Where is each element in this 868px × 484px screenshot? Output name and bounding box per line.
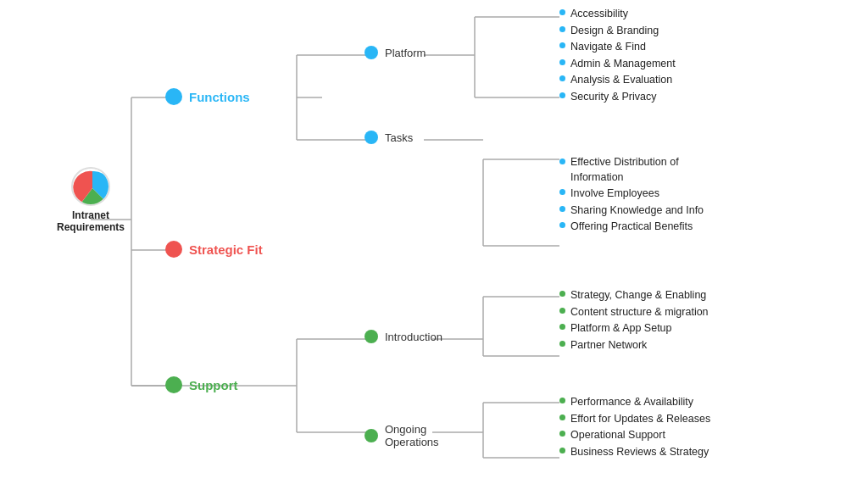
bullet: [559, 291, 565, 297]
bullet: [559, 431, 565, 437]
ongoing-leaves: Performance & Availability Effort for Up…: [559, 395, 710, 461]
functions-dot: [165, 88, 182, 105]
platform-leaves: Accessibility Design & Branding Navigate…: [559, 7, 676, 106]
bullet: [559, 92, 565, 98]
root-label: Intranet Requirements: [53, 209, 129, 233]
leaf-navigate-find: Navigate & Find: [559, 40, 676, 55]
bullet: [559, 59, 565, 65]
tasks-label: Tasks: [385, 131, 413, 144]
root-node: Intranet Requirements: [53, 167, 129, 233]
support-label: Support: [189, 378, 238, 392]
tasks-leaves: Effective Distribution ofInformation Inv…: [559, 155, 704, 236]
bullet: [559, 26, 565, 32]
branch-functions: Functions: [165, 88, 250, 105]
diagram: Intranet Requirements Functions Strategi…: [0, 0, 868, 484]
tasks-dot: [364, 131, 378, 144]
bullet: [559, 414, 565, 420]
bullet: [559, 448, 565, 453]
leaf-design-branding: Design & Branding: [559, 24, 676, 39]
leaf-offering-practical: Offering Practical Benefits: [559, 220, 704, 235]
bullet: [559, 42, 565, 48]
bullet: [559, 206, 565, 212]
ongoing-label: Ongoing Operations: [385, 423, 439, 448]
bullet: [559, 308, 565, 314]
bullet: [559, 159, 565, 164]
connector-lines: [0, 0, 868, 484]
leaf-platform-app-setup: Platform & App Setup: [559, 321, 709, 337]
leaf-involve-employees: Involve Employees: [559, 186, 704, 202]
branch-support: Support: [165, 376, 238, 393]
sub-ongoing-operations: Ongoing Operations: [364, 423, 439, 448]
leaf-admin-management: Admin & Management: [559, 57, 676, 72]
platform-label: Platform: [385, 47, 426, 59]
leaf-sharing-knowledge: Sharing Knowledge and Info: [559, 203, 704, 219]
bullet: [559, 324, 565, 330]
platform-dot: [364, 46, 378, 59]
strategic-fit-label: Strategic Fit: [189, 242, 263, 257]
bullet: [559, 222, 565, 228]
support-dot: [165, 376, 182, 393]
leaf-security-privacy: Security & Privacy: [559, 90, 676, 105]
introduction-label: Introduction: [385, 331, 442, 343]
functions-label: Functions: [189, 90, 250, 104]
leaf-operational-support: Operational Support: [559, 428, 710, 443]
strategic-fit-dot: [165, 241, 182, 258]
bullet: [559, 341, 565, 347]
leaf-content-structure: Content structure & migration: [559, 305, 709, 320]
bullet: [559, 398, 565, 403]
introduction-leaves: Strategy, Change & Enabling Content stru…: [559, 288, 709, 354]
sub-introduction: Introduction: [364, 330, 442, 343]
leaf-effective-distribution: Effective Distribution ofInformation: [559, 155, 704, 185]
bullet: [559, 9, 565, 15]
introduction-dot: [364, 330, 378, 343]
leaf-effort-updates: Effort for Updates & Releases: [559, 412, 710, 427]
leaf-analysis-evaluation: Analysis & Evaluation: [559, 73, 676, 88]
leaf-business-reviews: Business Reviews & Strategy: [559, 445, 710, 460]
branch-strategic-fit: Strategic Fit: [165, 241, 263, 258]
sub-tasks: Tasks: [364, 131, 413, 144]
root-icon: [71, 167, 110, 206]
ongoing-dot: [364, 429, 378, 442]
leaf-partner-network: Partner Network: [559, 338, 709, 353]
leaf-performance-availability: Performance & Availability: [559, 395, 710, 410]
bullet: [559, 75, 565, 81]
sub-platform: Platform: [364, 46, 426, 59]
leaf-strategy-change: Strategy, Change & Enabling: [559, 288, 709, 303]
leaf-accessibility: Accessibility: [559, 7, 676, 22]
bullet: [559, 189, 565, 195]
